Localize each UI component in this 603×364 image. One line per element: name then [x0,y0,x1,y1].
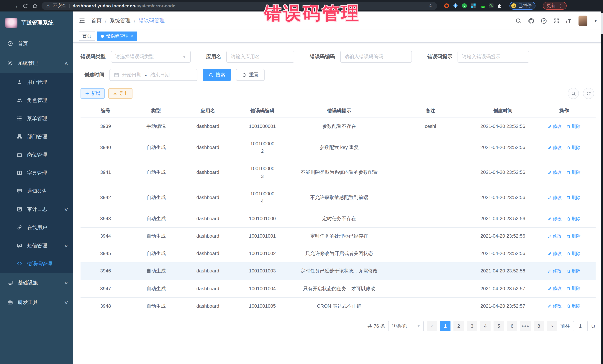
delete-link[interactable]: 删除 [567,194,580,201]
table-row[interactable]: 3939手动编辑dashboard1001000001参数配置不存在ceshi2… [81,118,596,135]
browser-reload-icon[interactable] [22,3,28,9]
table-row[interactable]: 3942自动生成dashboard1001000004不允许获取敏感配置到前端2… [81,185,596,210]
profile-paused-chip[interactable]: 已暂停 [510,2,535,10]
sidebar-item-online[interactable]: 在线用户 [0,218,73,236]
page-button-3[interactable]: 3 [467,321,477,331]
sidebar-item-role[interactable]: 角色管理 [0,91,73,109]
key-extension-icon[interactable] [488,3,494,9]
edit-link[interactable]: 修改 [547,285,562,292]
sidebar-item-audit[interactable]: 审计日志∨ [0,200,73,218]
sidebar-collapse-icon[interactable] [79,17,85,24]
edit-link[interactable]: 修改 [547,144,562,151]
edit-link[interactable]: 修改 [547,169,562,176]
edit-link[interactable]: 修改 [547,194,562,201]
browser-back-icon[interactable]: ← [3,3,9,9]
help-icon[interactable]: ? [541,18,547,24]
delete-link[interactable]: 删除 [567,123,580,130]
sidebar-item-sms[interactable]: 短信管理∨ [0,236,73,255]
edit-link[interactable]: 修改 [547,303,562,309]
next-page-button[interactable]: › [547,321,557,331]
page-button-1[interactable]: 1 [440,321,451,331]
browser-forward-icon[interactable]: → [13,3,19,9]
reset-button[interactable]: 重置 [236,69,265,81]
address-bar[interactable]: ⚠ 不安全 dashboard.yudao.iocoder.cn/system/… [42,2,437,10]
delete-link[interactable]: 删除 [567,215,580,222]
sidebar-item-notice[interactable]: 通知公告 [0,182,73,200]
delete-link[interactable]: 删除 [567,285,580,292]
table-row[interactable]: 3947自动生成dashboard1001001004只有开启状态的任务，才可以… [81,280,596,297]
app-name-input[interactable]: 请输入应用名 [226,51,294,63]
sidebar-item-user[interactable]: 用户管理 [0,73,73,91]
table-row[interactable]: 3941自动生成dashboard1001000003不能删除类型为系统内置的参… [81,160,596,185]
browser-update-button[interactable]: 更新 ⋮ [543,2,567,10]
search-icon[interactable] [515,18,522,24]
page-button-8[interactable]: 8 [533,321,544,331]
v-badge-extension-icon[interactable]: V [462,3,467,9]
tag-close-icon[interactable]: × [131,34,133,38]
tag-home[interactable]: 首页 [79,32,95,41]
search-button[interactable]: 搜索 [203,69,231,81]
bookmark-star-icon[interactable]: ☆ [429,3,433,9]
delete-link[interactable]: 删除 [567,144,580,151]
error-hint-input[interactable]: 请输入错误码提示 [458,51,529,63]
font-size-icon[interactable]: tT [566,18,572,24]
error-type-select[interactable]: 请选择错误码类型 ▼ [111,51,191,63]
browser-kebab-menu-icon[interactable]: ⋮ [558,3,563,8]
user-avatar[interactable] [579,16,587,26]
edit-link[interactable]: 修改 [547,215,562,222]
breadcrumb-system[interactable]: 系统管理 [110,17,131,24]
sidebar-item-devtools[interactable]: 研发工具∨ [0,292,73,312]
sidebar-item-home[interactable]: 首页 [0,34,73,53]
tag-error-code[interactable]: 错误码管理 × [97,32,137,41]
table-row[interactable]: 3948自动生成dashboard1001001005CRON 表达式不正确20… [81,297,596,315]
table-row[interactable]: 3946自动生成dashboard1001001003定时任务已经处于该状态，无… [81,263,596,280]
goto-page-input[interactable]: 1 [573,321,588,331]
user-menu-caret-icon[interactable]: ▼ [594,19,597,23]
delete-link[interactable]: 删除 [567,169,580,176]
switch-on-extension-icon[interactable]: on [479,3,485,9]
table-row[interactable]: 3945自动生成dashboard1001001002只允许修改为开启或者关闭状… [81,245,596,263]
browser-home-icon[interactable] [32,3,38,9]
fullscreen-icon[interactable] [553,18,560,24]
delete-link[interactable]: 删除 [567,233,580,240]
more-pages-icon[interactable]: ●●● [520,321,531,331]
edit-link[interactable]: 修改 [547,123,562,130]
table-row[interactable]: 3943自动生成dashboard1001001000定时任务不存在2021-0… [81,210,596,227]
grid-extension-icon[interactable] [471,3,476,9]
page-size-select[interactable]: 10条/页 ▼ [388,321,424,331]
github-icon[interactable] [528,18,534,24]
sidebar-item-infra[interactable]: 基础设施∨ [0,273,73,292]
edit-link[interactable]: 修改 [547,268,562,275]
gem-extension-icon[interactable] [453,3,458,9]
delete-link[interactable]: 删除 [567,303,580,309]
app-logo[interactable]: 芋道管理系统 [0,11,73,34]
error-code-input[interactable]: 请输入错误码编码 [340,51,412,63]
add-button[interactable]: 新增 [81,88,105,99]
breadcrumb-home[interactable]: 首页 [91,17,102,24]
sidebar-item-error-code[interactable]: 错误码管理 [0,255,73,273]
sidebar-item-menu[interactable]: 菜单管理 [0,109,73,128]
page-button-6[interactable]: 6 [507,321,517,331]
puzzle-extension-icon[interactable] [497,3,503,9]
sidebar-item-post[interactable]: 岗位管理 [0,146,73,164]
page-scrollbar[interactable] [601,11,603,364]
scrollbar-thumb[interactable] [601,13,603,34]
sidebar-item-dept[interactable]: 部门管理 [0,128,73,146]
sidebar-item-dict[interactable]: 字典管理 [0,164,73,182]
delete-link[interactable]: 删除 [567,268,580,275]
ubuntu-extension-icon[interactable] [444,3,449,9]
page-button-5[interactable]: 5 [494,321,504,331]
prev-page-button[interactable]: ‹ [427,321,437,331]
export-button[interactable]: 导出 [108,88,132,99]
toggle-search-button[interactable] [568,88,579,99]
table-row[interactable]: 3940自动生成dashboard1001000002参数配置 key 重复20… [81,135,596,160]
delete-link[interactable]: 删除 [567,250,580,257]
date-range-picker[interactable]: 开始日期 - 结束日期 [109,69,197,81]
page-button-2[interactable]: 2 [453,321,464,331]
table-row[interactable]: 3944自动生成dashboard1001001001定时任务的处理器已经存在2… [81,227,596,245]
page-button-4[interactable]: 4 [480,321,491,331]
refresh-table-button[interactable] [583,88,594,99]
edit-link[interactable]: 修改 [547,250,562,257]
edit-link[interactable]: 修改 [547,233,562,240]
sidebar-item-system[interactable]: 系统管理∧ [0,53,73,73]
